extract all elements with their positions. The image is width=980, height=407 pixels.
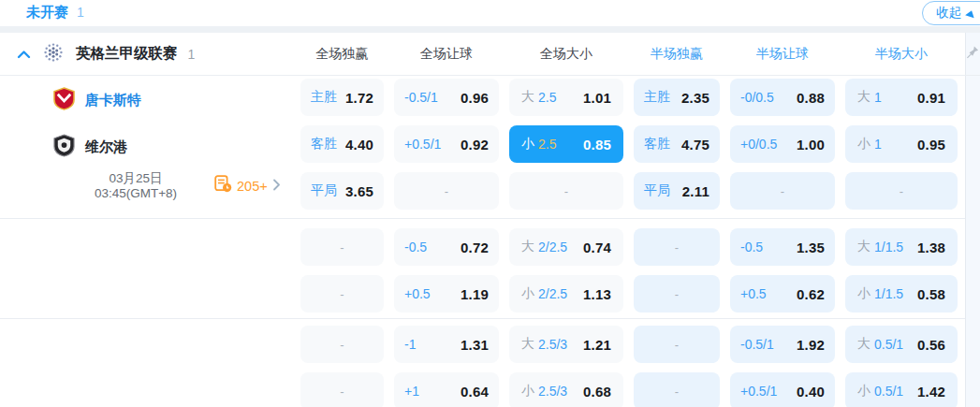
odds-cell[interactable]: 客胜4.75 [634,125,720,163]
odds-cell[interactable]: +0/0.51.00 [730,125,835,163]
odds-cell[interactable]: -0.5/10.96 [394,79,499,116]
pin-icon[interactable] [964,45,979,65]
odds-value: 1.38 [917,240,945,255]
odds-cell[interactable]: 大2/2.50.74 [509,228,623,266]
odds-cell[interactable]: 主胜2.35 [634,79,720,116]
odds-cell[interactable]: 小10.95 [845,125,958,163]
more-markets-link[interactable]: 205+ [214,175,281,196]
odds-value: 1.13 [583,286,611,302]
ou-prefix: 小 [857,383,870,400]
ou-line: 1/1.5 [874,286,903,301]
column-header-ft-handicap[interactable]: 全场让球 [394,46,499,63]
home-team-crest-icon [53,87,75,114]
top-bar: 未开赛 1 收起 [0,0,980,26]
odds-cell[interactable]: -0.50.72 [394,228,499,266]
column-header-ft-overunder[interactable]: 全场大小 [509,46,623,63]
home-team[interactable]: 唐卡斯特 [53,87,141,113]
ou-prefix: 大 [521,239,534,255]
match-time: 03月25日 03:45(GMT+8) [73,171,198,201]
right-edge-strip [965,33,980,407]
status-filter[interactable]: 未开赛 1 [26,4,84,22]
odds-cell[interactable]: 小2.5/30.68 [509,372,623,407]
ou-prefix: 小 [857,285,870,302]
odds-cell[interactable]: +0.5/10.40 [730,372,835,407]
odds-value: 0.88 [797,90,825,106]
handicap-line: -1 [404,337,416,352]
selection-label: 主胜 [311,89,337,106]
odds-cell[interactable]: 大10.91 [845,79,958,116]
ou-prefix: 大 [857,336,870,353]
odds-value: 4.75 [681,137,709,153]
selection-label: 平局 [311,182,337,199]
odds-cell[interactable]: -0/0.50.88 [730,79,835,116]
odds-cell[interactable]: 小0.5/11.42 [845,372,958,407]
match-date: 03月25日 [73,171,198,186]
ou-line: 0.5/1 [874,384,903,399]
league-icon [43,42,64,66]
ou-prefix: 大 [857,239,870,255]
odds-group-secondary: - -0.50.72 大2/2.50.74 - -0.51.35 大1/1.51… [0,228,980,313]
group-divider [0,218,980,219]
collapse-all-button[interactable]: 收起 [922,1,980,25]
odds-value: 1.01 [583,90,611,106]
handicap-line: -0.5/1 [740,337,774,352]
handicap-line: +0/0.5 [740,137,777,152]
handicap-line: -0.5/1 [404,90,438,105]
match-kickoff: 03:45(GMT+8) [73,186,198,201]
selection-label: 平局 [644,182,670,199]
ou-line: 2.5/3 [538,384,567,399]
odds-cell-selected[interactable]: 小2.50.85 [509,125,623,163]
odds-value: 0.92 [461,137,489,153]
odds-cell-empty: - [634,228,720,266]
ou-line: 1 [874,90,882,105]
odds-value: 0.91 [917,90,945,106]
chevron-right-icon [272,178,281,195]
odds-cell[interactable]: -0.51.35 [730,228,835,266]
ou-line: 0.5/1 [874,337,903,352]
odds-cell-empty: - [509,172,623,210]
odds-cell[interactable]: 小1/1.50.58 [845,275,958,313]
away-team[interactable]: 维尔港 [53,134,127,160]
ou-line: 2/2.5 [538,286,567,301]
odds-value: 1.72 [345,90,373,106]
odds-value: 1.00 [797,137,825,153]
odds-cell-empty: - [845,172,958,210]
odds-cell-empty: - [634,275,720,313]
odds-cell[interactable]: 大0.5/10.56 [845,326,958,363]
odds-cell-empty: - [300,372,384,407]
league-header-row: 英格兰甲级联赛 1 全场独赢 全场让球 全场大小 半场独赢 半场让球 半场大小 [0,33,980,76]
ou-prefix: 小 [521,285,534,302]
match-info: 唐卡斯特 维尔港 03月25日 [0,79,290,210]
odds-value: 0.56 [917,337,945,353]
odds-cell[interactable]: 平局2.11 [634,172,720,210]
odds-cell[interactable]: -0.5/11.92 [730,326,835,363]
odds-cell[interactable]: -11.31 [394,326,499,363]
league-name: 英格兰甲级联赛 [76,44,178,64]
handicap-line: +1 [404,384,419,399]
selection-label: 主胜 [644,89,670,106]
status-count: 1 [77,5,84,20]
column-header-ht-1x2[interactable]: 半场独赢 [634,46,720,63]
odds-value: 0.40 [797,384,825,400]
odds-cell[interactable]: +0.50.62 [730,275,835,313]
column-header-ht-overunder[interactable]: 半场大小 [845,46,958,63]
odds-cell[interactable]: 大2.5/31.21 [509,326,623,363]
column-header-ht-handicap[interactable]: 半场让球 [730,46,835,63]
odds-cell[interactable]: 大1/1.51.38 [845,228,958,266]
odds-cell[interactable]: +0.5/10.92 [394,125,499,163]
odds-cell-empty: - [634,326,720,363]
odds-cell[interactable]: 平局3.65 [300,172,384,210]
handicap-line: -0.5 [740,240,763,254]
odds-cell[interactable]: 小2/2.51.13 [509,275,623,313]
odds-cell[interactable]: 主胜1.72 [300,79,384,116]
odds-value: 1.92 [797,337,825,353]
column-header-ft-1x2[interactable]: 全场独赢 [300,46,384,63]
handicap-line: -0.5 [404,240,427,254]
odds-cell[interactable]: 大2.51.01 [509,79,623,116]
odds-cell[interactable]: +10.64 [394,372,499,407]
odds-cell[interactable]: +0.51.19 [394,275,499,313]
odds-rows-area: 唐卡斯特 维尔港 03月25日 [0,76,980,407]
odds-cell[interactable]: 客胜4.40 [300,125,384,163]
left-spacer [0,228,290,313]
chevron-up-icon[interactable] [17,50,31,59]
